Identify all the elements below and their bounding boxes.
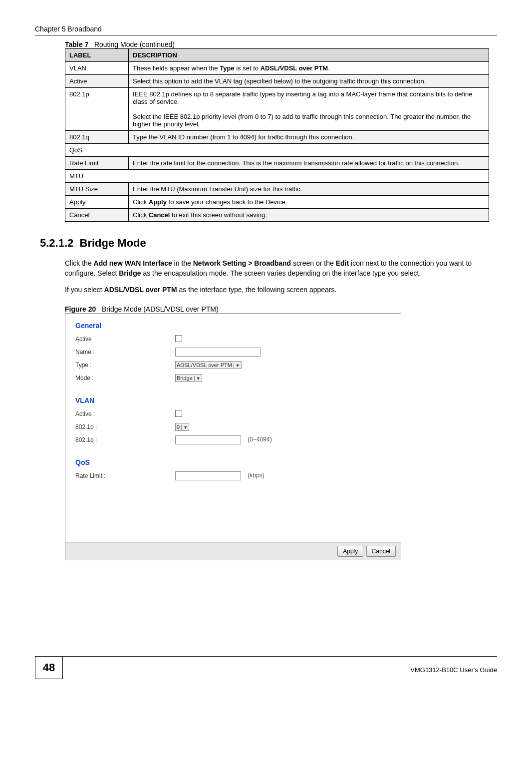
- table-row: VLAN These fields appear when the Type i…: [65, 62, 489, 75]
- table-row: MTU: [65, 170, 489, 183]
- cell-desc: Click Cancel to exit this screen without…: [129, 209, 489, 222]
- type-select[interactable]: ADSL/VDSL over PTM▼: [175, 361, 242, 369]
- table-row: QoS: [65, 144, 489, 157]
- cell-desc: Enter the MTU (Maximum Transfer Unit) si…: [129, 183, 489, 196]
- row-name: Name :: [75, 346, 391, 359]
- 8021q-input[interactable]: [175, 435, 241, 444]
- cell-desc: Select this option to add the VLAN tag (…: [129, 75, 489, 88]
- chevron-down-icon: ▼: [194, 376, 201, 381]
- row-8021p: 802.1p : 0▼: [75, 420, 391, 433]
- table-row: Rate Limit Enter the rate limit for the …: [65, 157, 489, 170]
- apply-button[interactable]: Apply: [337, 546, 363, 557]
- active-checkbox[interactable]: [175, 335, 182, 342]
- mode-select[interactable]: Bridge▼: [175, 374, 202, 382]
- 8021q-hint: (0~4094): [248, 436, 271, 443]
- label-rate-limit: Rate Limit :: [75, 472, 175, 479]
- section-number: 5.2.1.2: [40, 237, 73, 249]
- chapter-title: Chapter 5 Broadband: [35, 25, 102, 33]
- bridge-mode-screenshot: General Active Name : Type : ADSL/VDSL o…: [65, 313, 401, 560]
- page-footer: 48 VMG1312-B10C User's Guide: [35, 656, 497, 679]
- cell-desc: These fields appear when the Type is set…: [129, 62, 489, 75]
- cell-label: MTU: [65, 170, 489, 183]
- cell-label: Rate Limit: [65, 157, 129, 170]
- rate-limit-hint: (kbps): [248, 472, 264, 479]
- th-description: DESCRIPTION: [129, 49, 489, 62]
- paragraph: Click the Add new WAN Interface in the N…: [65, 259, 492, 278]
- mode-select-value: Bridge: [177, 375, 193, 381]
- cell-label: 802.1q: [65, 131, 129, 144]
- row-8021q: 802.1q : (0~4094): [75, 433, 391, 446]
- table-title: Routing Mode (continued): [94, 40, 175, 48]
- cell-label: QoS: [65, 144, 489, 157]
- cell-desc: IEEE 802.1p defines up to 8 separate tra…: [129, 88, 489, 131]
- row-vlan-active: Active :: [75, 407, 391, 420]
- chevron-down-icon: ▼: [234, 363, 240, 368]
- cell-desc: Type the VLAN ID number (from 1 to 4094)…: [129, 131, 489, 144]
- routing-mode-table: LABEL DESCRIPTION VLAN These fields appe…: [65, 48, 489, 222]
- page-header: Chapter 5 Broadband: [35, 25, 497, 35]
- row-type: Type : ADSL/VDSL over PTM▼: [75, 359, 391, 372]
- figure-caption: Figure 20 Bridge Mode (ADSL/VDSL over PT…: [65, 305, 497, 313]
- 8021p-select-value: 0: [177, 424, 180, 430]
- guide-name: VMG1312-B10C User's Guide: [410, 662, 497, 674]
- table-row: 802.1q Type the VLAN ID number (from 1 t…: [65, 131, 489, 144]
- button-bar: Apply Cancel: [65, 542, 401, 560]
- figure-number: Figure 20: [65, 305, 96, 313]
- table-number: Table 7: [65, 40, 88, 48]
- section-heading: 5.2.1.2 Bridge Mode: [40, 237, 497, 250]
- table-row: Active Select this option to add the VLA…: [65, 75, 489, 88]
- label-name: Name :: [75, 349, 175, 356]
- figure-title: Bridge Mode (ADSL/VDSL over PTM): [102, 305, 219, 313]
- section-title: Bridge Mode: [80, 237, 146, 249]
- label-mode: Mode :: [75, 375, 175, 381]
- row-active: Active: [75, 333, 391, 346]
- table-row: MTU Size Enter the MTU (Maximum Transfer…: [65, 183, 489, 196]
- vlan-active-checkbox[interactable]: [175, 410, 182, 417]
- cell-label: Cancel: [65, 209, 129, 222]
- name-input[interactable]: [175, 348, 261, 357]
- cell-desc: Click Apply to save your changes back to…: [129, 196, 489, 209]
- table-caption: Table 7 Routing Mode (continued): [65, 40, 497, 48]
- cell-label: 802.1p: [65, 88, 129, 131]
- cell-label: VLAN: [65, 62, 129, 75]
- label-8021q: 802.1q :: [75, 436, 175, 443]
- vlan-heading: VLAN: [75, 394, 391, 407]
- table-row: Cancel Click Cancel to exit this screen …: [65, 209, 489, 222]
- page-number: 48: [35, 657, 63, 679]
- cell-label: Active: [65, 75, 129, 88]
- rate-limit-input[interactable]: [175, 471, 241, 480]
- label-active: Active: [75, 336, 175, 343]
- 8021p-select[interactable]: 0▼: [175, 423, 189, 431]
- cell-label: Apply: [65, 196, 129, 209]
- table-row: Apply Click Apply to save your changes b…: [65, 196, 489, 209]
- paragraph: If you select ADSL/VDSL over PTM as the …: [65, 285, 492, 295]
- label-vlan-active: Active :: [75, 410, 175, 417]
- general-heading: General: [75, 320, 391, 333]
- label-8021p: 802.1p :: [75, 423, 175, 430]
- cell-label: MTU Size: [65, 183, 129, 196]
- chevron-down-icon: ▼: [181, 425, 188, 430]
- type-select-value: ADSL/VDSL over PTM: [177, 362, 232, 368]
- row-mode: Mode : Bridge▼: [75, 372, 391, 384]
- qos-heading: QoS: [75, 456, 391, 469]
- label-type: Type :: [75, 362, 175, 369]
- cell-desc: Enter the rate limit for the connection.…: [129, 157, 489, 170]
- cancel-button[interactable]: Cancel: [366, 546, 396, 557]
- th-label: LABEL: [65, 49, 129, 62]
- row-rate-limit: Rate Limit : (kbps): [75, 469, 391, 482]
- table-row: 802.1p IEEE 802.1p defines up to 8 separ…: [65, 88, 489, 131]
